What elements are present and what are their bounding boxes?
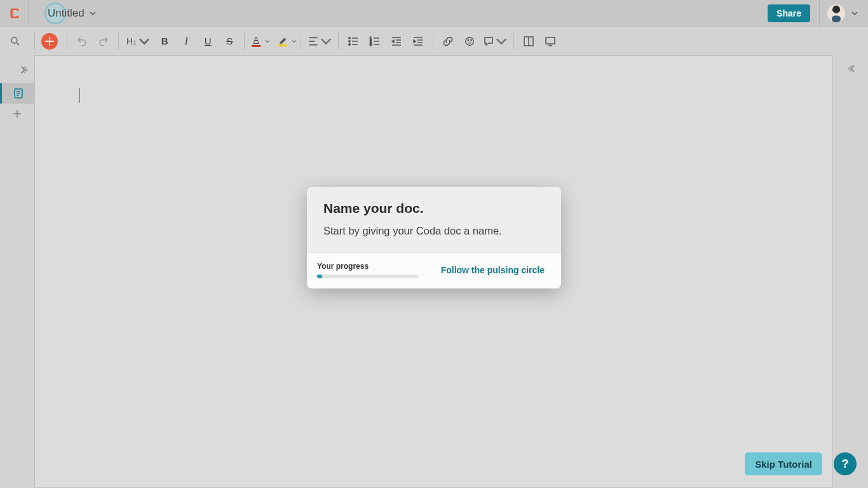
divider [433, 33, 433, 50]
bold-button[interactable]: B [154, 30, 175, 52]
progress-label: Your progress [317, 262, 419, 271]
skip-tutorial-button[interactable]: Skip Tutorial [745, 452, 822, 475]
add-page-button[interactable] [0, 104, 34, 124]
highlight-color-dropdown[interactable] [275, 36, 297, 46]
svg-line-4 [17, 43, 19, 45]
text-cursor [79, 88, 80, 103]
divider [338, 33, 339, 50]
divider [513, 33, 514, 50]
title-bar: Untitled Share [0, 0, 868, 26]
insert-plus-button[interactable] [41, 33, 58, 50]
svg-point-28 [466, 37, 474, 45]
divider [819, 0, 820, 26]
svg-point-12 [349, 43, 350, 44]
page-nav-item[interactable] [0, 83, 34, 104]
share-button[interactable]: Share [768, 4, 810, 22]
user-menu-caret-icon[interactable] [851, 8, 858, 19]
indent-decrease-button[interactable] [386, 30, 407, 52]
svg-point-3 [11, 37, 17, 43]
indent-increase-button[interactable] [407, 30, 429, 52]
divider [244, 33, 245, 50]
underline-button[interactable]: U [197, 30, 219, 52]
svg-point-29 [468, 39, 468, 40]
svg-text:3: 3 [370, 43, 372, 46]
redo-button[interactable] [93, 30, 114, 52]
svg-point-8 [349, 37, 350, 38]
text-color-dropdown[interactable]: A [248, 35, 270, 47]
help-icon: ? [842, 458, 849, 471]
numbered-list-button[interactable]: 123 [364, 30, 386, 52]
present-button[interactable] [539, 30, 561, 52]
progress-bar [317, 274, 419, 278]
svg-point-30 [471, 39, 471, 40]
undo-button[interactable] [71, 30, 93, 52]
strikethrough-button[interactable]: S [219, 30, 240, 52]
divider [301, 33, 301, 50]
expand-sidebar-icon[interactable] [19, 65, 28, 77]
heading-style-dropdown[interactable]: H1 [123, 30, 154, 52]
tutorial-modal: Name your doc. Start by giving your Coda… [307, 187, 561, 288]
help-fab-button[interactable]: ? [834, 452, 857, 475]
follow-pulsing-circle-link[interactable]: Follow the pulsing circle [441, 265, 545, 275]
italic-button[interactable]: I [175, 30, 197, 52]
align-dropdown[interactable] [305, 30, 334, 52]
search-icon[interactable] [4, 30, 26, 52]
link-button[interactable] [437, 30, 459, 52]
divider [34, 33, 35, 50]
bulleted-list-button[interactable] [342, 30, 364, 52]
doc-title-caret-icon[interactable] [90, 8, 96, 19]
doc-title-area[interactable]: Untitled [46, 7, 96, 20]
emoji-button[interactable] [459, 30, 480, 52]
layout-button[interactable] [518, 30, 539, 52]
progress-fill [317, 274, 322, 278]
doc-title[interactable]: Untitled [46, 7, 85, 20]
divider [28, 0, 29, 26]
coda-logo-icon [9, 7, 22, 20]
left-rail [0, 55, 34, 488]
modal-title: Name your doc. [323, 201, 545, 216]
user-avatar[interactable] [827, 4, 845, 22]
modal-description: Start by giving your Coda doc a name. [323, 225, 545, 237]
svg-rect-2 [832, 15, 841, 22]
formatting-toolbar: H1 B I U S A 123 [0, 26, 868, 55]
divider [67, 33, 67, 50]
svg-point-10 [349, 40, 350, 41]
divider [118, 33, 119, 50]
comment-dropdown[interactable] [480, 30, 510, 52]
svg-rect-33 [546, 37, 555, 44]
collapse-right-panel-icon[interactable] [848, 64, 857, 76]
